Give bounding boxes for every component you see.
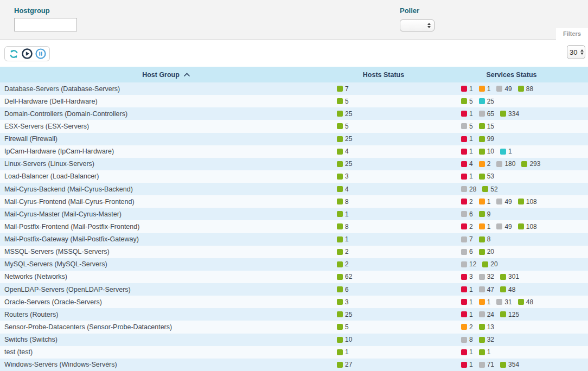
green-status-square-icon <box>337 223 343 229</box>
status-count: 1 <box>469 361 473 368</box>
refresh-icon[interactable] <box>8 48 20 60</box>
status-badge-gray: 49 <box>496 198 512 206</box>
column-header-services-status[interactable]: Services Status <box>435 71 588 79</box>
status-count: 12 <box>469 260 476 268</box>
status-badge-green: 20 <box>479 248 494 255</box>
status-badge-gray: 49 <box>496 85 512 93</box>
hostgroup-name-link[interactable]: MSSQL-Servers (MSSQL-Servers) <box>0 246 332 258</box>
hostgroup-name-link[interactable]: Dell-Hardware (Dell-Hardware) <box>0 95 332 107</box>
green-status-square-icon <box>500 311 506 317</box>
table-row: Linux-Servers (Linux-Servers)2542180293 <box>0 158 588 170</box>
hostgroup-name-link[interactable]: Routers (Routers) <box>0 308 332 321</box>
services-status-cell: 11 <box>435 346 588 359</box>
hostgroup-name-link[interactable]: Mail-Postfix-Frontend (Mail-Postfix-Fron… <box>0 220 332 233</box>
pause-icon[interactable] <box>35 48 47 60</box>
red-status-square-icon <box>461 136 467 142</box>
green-status-square-icon <box>337 149 343 155</box>
status-badge-red: 1 <box>461 348 473 356</box>
status-badge-gray: 8 <box>461 336 473 343</box>
services-status-cell: 515 <box>435 120 588 132</box>
status-badge-gray: 5 <box>461 123 473 130</box>
green-status-square-icon <box>518 299 524 305</box>
hosts-status-cell: 3 <box>332 296 435 308</box>
hostgroup-name-link[interactable]: Linux-Servers (Linux-Servers) <box>0 158 332 170</box>
status-badge-green: 62 <box>337 273 352 280</box>
red-status-square-icon <box>461 223 467 229</box>
red-status-square-icon <box>461 149 467 155</box>
table-row: MSSQL-Servers (MSSQL-Servers)2620 <box>0 246 588 258</box>
hostgroup-name-link[interactable]: Sensor-Probe-Datacenters (Sensor-Probe-D… <box>0 321 332 333</box>
hostgroup-name-link[interactable]: test (test) <box>0 346 332 359</box>
page-size-control: 30 <box>567 45 585 59</box>
status-count: 6 <box>469 210 473 218</box>
status-badge-gray: 32 <box>479 273 494 280</box>
hostgroup-name-link[interactable]: Mail-Cyrus-Backend (Mail-Cyrus-Backend) <box>0 183 332 195</box>
play-icon[interactable] <box>21 48 33 60</box>
hostgroup-name-link[interactable]: Mail-Postfix-Gateway (Mail-Postfix-Gatew… <box>0 233 332 246</box>
hosts-status-cell: 2 <box>332 246 435 258</box>
status-count: 8 <box>345 223 349 231</box>
select-stepper-icon <box>427 23 431 28</box>
hostgroup-name-link[interactable]: Load-Balancer (Load-Balancer) <box>0 170 332 183</box>
status-count: 6 <box>345 286 349 293</box>
table-row: Sensor-Probe-Datacenters (Sensor-Probe-D… <box>0 321 588 333</box>
status-count: 99 <box>487 135 494 143</box>
green-status-square-icon <box>500 274 506 280</box>
table-row: OpenLDAP-Servers (OpenLDAP-Servers)61474… <box>0 283 588 296</box>
status-badge-gray: 65 <box>479 110 494 118</box>
status-badge-green: 108 <box>518 223 537 231</box>
filters-tab[interactable]: Filters <box>556 28 588 40</box>
green-status-square-icon <box>479 236 485 242</box>
page-size-select[interactable]: 30 <box>567 45 585 59</box>
hosts-status-cell: 8 <box>332 220 435 233</box>
table-row: Mail-Postfix-Frontend (Mail-Postfix-Fron… <box>0 220 588 233</box>
status-badge-cyan: 25 <box>479 98 494 105</box>
status-badge-green: 5 <box>337 123 349 130</box>
hostgroup-name-link[interactable]: Windows-Servérs (Windows-Servérs) <box>0 359 332 371</box>
status-badge-red: 1 <box>461 311 473 318</box>
status-count: 49 <box>504 85 512 93</box>
hostgroup-name-link[interactable]: Database-Servers (Database-Servers) <box>0 82 332 95</box>
hostgroup-name-link[interactable]: Oracle-Servers (Oracle-Servers) <box>0 296 332 308</box>
status-badge-green: 334 <box>500 110 519 118</box>
table-row: Networks (Networks)62332301 <box>0 271 588 283</box>
gray-status-square-icon <box>461 123 467 129</box>
services-status-cell: 213 <box>435 321 588 333</box>
hostgroup-name-link[interactable]: Domain-Controllers (Domain-Controllers) <box>0 107 332 120</box>
hostgroup-name-link[interactable]: Mail-Cyrus-Master (Mail-Cyrus-Master) <box>0 208 332 220</box>
status-count: 25 <box>345 311 352 318</box>
status-badge-red: 4 <box>461 160 473 168</box>
hostgroup-name-link[interactable]: IpCam-Hardware (IpCam-Hardware) <box>0 145 332 158</box>
status-badge-gray: 7 <box>461 235 473 243</box>
hosts-status-cell: 7 <box>332 82 435 95</box>
green-status-square-icon <box>521 161 527 167</box>
sort-asc-icon[interactable] <box>184 71 190 78</box>
status-badge-green: 25 <box>337 135 352 143</box>
green-status-square-icon <box>482 261 488 267</box>
poller-select[interactable] <box>400 20 434 31</box>
hostgroup-name-link[interactable]: Mail-Cyrus-Frontend (Mail-Cyrus-Frontend… <box>0 195 332 208</box>
hostgroup-input[interactable] <box>14 18 77 31</box>
green-status-square-icon <box>479 324 485 330</box>
status-badge-green: 301 <box>500 273 519 280</box>
hostgroup-name-link[interactable]: Networks (Networks) <box>0 271 332 283</box>
hostgroup-name-link[interactable]: OpenLDAP-Servers (OpenLDAP-Servers) <box>0 283 332 296</box>
status-badge-gray: 31 <box>496 298 512 306</box>
hostgroup-name-link[interactable]: ESX-Servers (ESX-Servers) <box>0 120 332 132</box>
green-status-square-icon <box>337 286 343 292</box>
hostgroup-name-link[interactable]: Firewall (Firewall) <box>0 133 332 145</box>
table-row: Switchs (Switchs)10832 <box>0 334 588 346</box>
hostgroup-name-link[interactable]: Switchs (Switchs) <box>0 334 332 346</box>
status-count: 25 <box>345 135 352 143</box>
hosts-status-cell: 8 <box>332 195 435 208</box>
red-status-square-icon <box>461 274 467 280</box>
status-count: 62 <box>345 273 352 280</box>
column-header-hosts-status[interactable]: Hosts Status <box>332 71 435 79</box>
status-count: 1 <box>469 135 473 143</box>
status-count: 3 <box>345 172 349 180</box>
column-header-host-group[interactable]: Host Group <box>0 71 332 79</box>
status-count: 1 <box>469 172 473 180</box>
table-row: Windows-Servérs (Windows-Servérs)2717135… <box>0 359 588 371</box>
hostgroup-name-link[interactable]: MySQL-Servers (MySQL-Servers) <box>0 258 332 271</box>
status-count: 1 <box>508 148 512 155</box>
